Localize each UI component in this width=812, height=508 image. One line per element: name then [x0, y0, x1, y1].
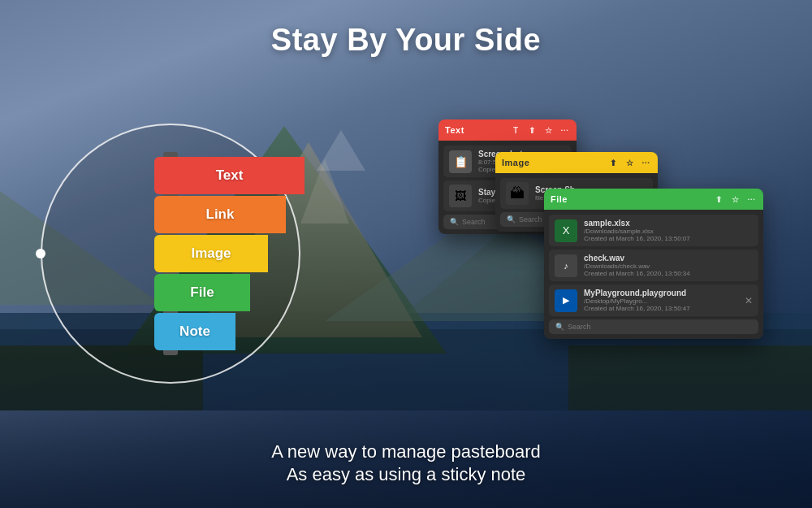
clipboard-item: ♪ check.wav /Downloads/check.wav Created…	[549, 250, 758, 281]
app-windows: Text T ⬆ ☆ ⋯ 📋 Screenshot... 8:07:51 PM	[438, 111, 780, 396]
search-placeholder: Search	[519, 215, 542, 224]
item-info: check.wav /Downloads/check.wav Created a…	[584, 254, 753, 277]
remove-icon[interactable]: ✕	[745, 295, 753, 306]
item-path: /Desktop/MyPlaygro...	[584, 297, 738, 305]
main-area: Text Link Image File Note	[0, 66, 812, 441]
search-icon: 🔍	[555, 323, 564, 331]
category-circle: Text Link Image File Note	[41, 124, 300, 384]
item-info: MyPlayground.playground /Desktop/MyPlayg…	[584, 289, 738, 312]
page-content: Stay By Your Side Text Link Image	[0, 0, 812, 508]
category-tabs: Text Link Image File Note	[154, 157, 304, 350]
file-window-title: File	[551, 194, 568, 204]
image-window-icons: ⬆ ☆ ⋯	[607, 157, 651, 168]
item-name: sample.xlsx	[584, 219, 753, 228]
search-bar[interactable]: 🔍 Search	[549, 319, 758, 334]
item-meta: Created at March 16, 2020, 13:50:34	[584, 270, 753, 277]
more-icon[interactable]: ⋯	[559, 124, 570, 136]
item-icon: 🖼	[449, 185, 472, 207]
share-icon[interactable]: ⬆	[713, 193, 724, 205]
clipboard-item: X sample.xlsx /Downloads/sample.xlsx Cre…	[549, 215, 758, 246]
more-icon[interactable]: ⋯	[640, 157, 651, 168]
xlsx-icon: X	[555, 219, 577, 242]
share-icon[interactable]: ⬆	[607, 157, 619, 168]
item-meta: Created at March 16, 2020, 13:50:07	[584, 235, 753, 242]
item-icon: 🏔	[506, 182, 529, 205]
tagline: A new way to manage pasteboard As easy a…	[271, 441, 540, 508]
playground-icon: ▶	[555, 289, 577, 312]
text-window-title: Text	[445, 125, 464, 135]
item-path: /Downloads/sample.xlsx	[584, 228, 753, 235]
more-icon[interactable]: ⋯	[745, 193, 757, 205]
search-icon: 🔍	[450, 218, 459, 226]
item-info: sample.xlsx /Downloads/sample.xlsx Creat…	[584, 219, 753, 242]
item-name: check.wav	[584, 254, 753, 263]
category-image[interactable]: Image	[154, 235, 268, 272]
category-note[interactable]: Note	[154, 313, 235, 350]
item-meta: Created at March 16, 2020, 13:50:47	[584, 305, 738, 312]
item-icon: 📋	[449, 150, 472, 173]
file-window: File ⬆ ☆ ⋯ X sample.xlsx	[544, 189, 763, 339]
share-icon[interactable]: ⬆	[526, 124, 538, 136]
item-name: MyPlayground.playground	[584, 289, 738, 297]
category-link[interactable]: Link	[154, 196, 286, 233]
clipboard-item: ▶ MyPlayground.playground /Desktop/MyPla…	[549, 284, 758, 316]
page-title: Stay By Your Side	[271, 23, 541, 58]
star-icon[interactable]: ☆	[729, 193, 741, 205]
item-path: /Downloads/check.wav	[584, 263, 753, 270]
star-icon[interactable]: ☆	[542, 124, 554, 136]
category-file[interactable]: File	[154, 274, 250, 311]
star-icon[interactable]: ☆	[624, 157, 635, 168]
tagline-line2: As easy as using a sticky note	[271, 464, 540, 485]
tagline-line1: A new way to manage pasteboard	[271, 441, 540, 462]
text-window-icons: T ⬆ ☆ ⋯	[510, 124, 570, 136]
text-icon[interactable]: T	[510, 124, 521, 136]
category-text[interactable]: Text	[154, 157, 304, 194]
search-icon: 🔍	[507, 215, 516, 224]
wav-icon: ♪	[555, 254, 577, 277]
file-window-icons: ⬆ ☆ ⋯	[713, 193, 757, 205]
side-dot	[36, 249, 45, 258]
search-placeholder: Search	[462, 218, 486, 226]
search-placeholder: Search	[568, 323, 591, 331]
image-window-title: Image	[502, 158, 529, 167]
